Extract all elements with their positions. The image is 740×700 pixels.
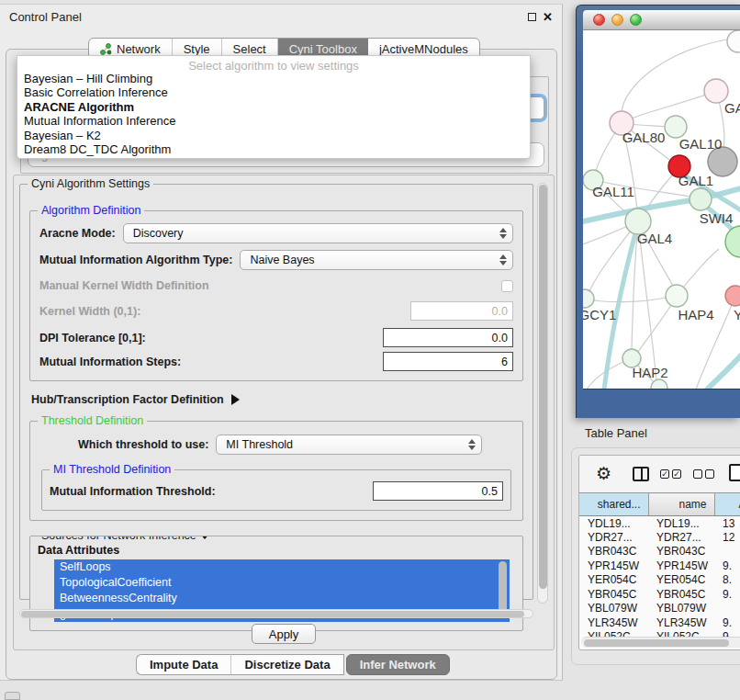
mi-threshold-field[interactable]: 0.5 <box>373 481 503 501</box>
network-node-label: GAL <box>724 100 740 116</box>
aracne-mode-combo[interactable]: Discovery <box>123 223 513 243</box>
tab-network-label: Network <box>117 42 161 56</box>
column-header-shared[interactable]: shared... <box>579 493 648 516</box>
algorithm-dropdown-popup: Select algorithm to view settings Bayesi… <box>17 55 531 159</box>
table-row[interactable]: YBR045CYBR045C9. <box>579 587 740 602</box>
threshold-definition-group: Threshold Definition Which threshold to … <box>29 421 523 521</box>
network-edge <box>632 91 716 119</box>
network-node-label: GAL11 <box>592 184 634 199</box>
float-panel-icon[interactable] <box>528 13 536 21</box>
table-row[interactable]: YBR043CYBR043C <box>579 545 740 559</box>
mi-steps-label: Mutual Information Steps: <box>39 356 181 368</box>
network-tab-icon <box>100 43 112 55</box>
algorithm-option[interactable]: Basic Correlation Inference <box>17 85 530 99</box>
network-node-label: SWI4 <box>700 210 734 226</box>
settings-vertical-scrollbar[interactable] <box>537 183 548 604</box>
threshold-definition-title: Threshold Definition <box>38 414 147 427</box>
mi-steps-field[interactable]: 6 <box>383 352 513 371</box>
hub-definition-label: Hub/Transcription Factor Definition <box>31 393 224 406</box>
network-node[interactable] <box>651 379 667 390</box>
table-panel-title: Table Panel <box>585 426 647 440</box>
network-node-label: GCY1 <box>583 307 616 322</box>
network-node-label: GAL1 <box>678 173 713 188</box>
network-node-label: HAP4 <box>678 307 713 322</box>
table-horizontal-scrollbar[interactable] <box>581 637 740 648</box>
minimize-traffic-light-icon[interactable] <box>611 14 623 26</box>
algorithm-option[interactable]: Bayesian – K2 <box>17 129 530 142</box>
mi-type-combo[interactable]: Naive Bayes <box>240 250 513 270</box>
table-row[interactable]: YLR345WYLR345W9. <box>579 615 740 630</box>
bottom-tab-bar: Impute Data Discretize Data Infer Networ… <box>136 654 450 675</box>
control-panel-titlebar: Control Panel ✕ <box>0 5 562 29</box>
apply-button[interactable]: Apply <box>252 624 316 644</box>
dpi-tolerance-field[interactable]: 0.0 <box>383 328 513 347</box>
algorithm-option[interactable]: Dream8 DC_TDC Algorithm <box>17 142 530 156</box>
node-table: shared... name A YDL19...YDL19...13YDR27… <box>579 492 740 644</box>
close-panel-icon[interactable]: ✕ <box>543 13 553 22</box>
network-node[interactable] <box>583 289 594 308</box>
attribute-list-item[interactable]: TopologicalCoefficient <box>54 575 510 591</box>
collapsed-panel-icon[interactable] <box>5 692 20 700</box>
attribute-list-item[interactable]: SelfLoops <box>54 559 510 575</box>
deselect-all-checks-icon[interactable] <box>693 469 714 479</box>
expand-right-icon <box>231 394 240 405</box>
network-node[interactable] <box>725 226 740 257</box>
cyni-algorithm-settings-group: Cyni Algorithm Settings Algorithm Defini… <box>19 184 533 600</box>
table-row[interactable]: YPR145WYPR145W9. <box>579 559 740 573</box>
hub-definition-expander[interactable]: Hub/Transcription Factor Definition <box>31 393 523 406</box>
network-node-label: GAL10 <box>679 136 723 152</box>
manual-kernel-checkbox[interactable] <box>501 280 513 292</box>
gear-icon[interactable]: ⚙ <box>596 463 611 484</box>
which-threshold-combo[interactable]: MI Threshold <box>216 435 482 455</box>
control-panel-title: Control Panel <box>9 10 82 24</box>
algorithm-option[interactable]: ARACNE Algorithm <box>17 100 530 114</box>
mi-threshold-title: MI Threshold Definition <box>50 463 174 476</box>
tab-infer-network[interactable]: Infer Network <box>346 654 450 675</box>
algorithm-popup-placeholder: Select algorithm to view settings <box>17 56 530 72</box>
algorithm-definition-group: Algorithm Definition Aracne Mode: Discov… <box>29 210 523 381</box>
zoom-traffic-light-icon[interactable] <box>630 14 642 26</box>
column-header-name[interactable]: name <box>648 493 714 516</box>
split-columns-icon[interactable] <box>633 467 649 481</box>
network-node[interactable] <box>690 188 712 210</box>
mi-threshold-group: MI Threshold Definition Mutual Informati… <box>41 469 511 511</box>
combo-stepper-icon <box>499 228 506 239</box>
tab-impute-data[interactable]: Impute Data <box>136 654 230 675</box>
network-window-titlebar[interactable] <box>583 10 740 30</box>
kernel-width-label: Kernel Width (0,1): <box>39 305 140 318</box>
table-toolbar: ⚙ ✓✓ <box>579 456 740 492</box>
tab-discretize-data[interactable]: Discretize Data <box>230 654 343 675</box>
kernel-width-field[interactable]: 0.0 <box>410 301 513 321</box>
document-icon[interactable] <box>729 464 740 481</box>
settings-horizontal-scrollbar[interactable] <box>19 609 533 618</box>
close-traffic-light-icon[interactable] <box>593 14 605 26</box>
select-all-checks-icon[interactable]: ✓✓ <box>660 469 681 479</box>
settings-group-title: Cyni Algorithm Settings <box>28 177 153 190</box>
collapse-down-icon[interactable] <box>199 536 210 539</box>
table-row[interactable]: YBL079WYBL079W <box>579 602 740 616</box>
table-row[interactable]: YDL19...YDL19...13 <box>579 516 740 531</box>
network-node-label: Y <box>734 307 740 322</box>
network-node[interactable] <box>665 116 687 138</box>
network-node[interactable] <box>727 30 740 52</box>
attribute-list-item[interactable]: BetweennessCentrality <box>54 591 510 606</box>
column-header-partial[interactable]: A <box>714 493 740 516</box>
network-canvas[interactable]: GALGAL80GAL10GAL1SWI4GAL11GAL4GCY1HAP4YH… <box>583 30 740 390</box>
algorithm-definition-title: Algorithm Definition <box>38 204 144 217</box>
cyni-settings-panel: Cyni Algorithm Settings Algorithm Defini… <box>13 175 555 650</box>
network-edge-highlight <box>707 356 740 390</box>
network-node[interactable] <box>725 286 740 306</box>
which-threshold-label: Which threshold to use: <box>78 438 208 451</box>
mi-threshold-label: Mutual Information Threshold: <box>50 485 216 498</box>
algorithm-option[interactable]: Mutual Information Inference <box>17 114 530 128</box>
network-node-label: HAP2 <box>632 365 667 380</box>
algorithm-option[interactable]: Bayesian – Hill Climbing <box>17 72 530 85</box>
table-row[interactable]: YER054CYER054C8. <box>579 573 740 588</box>
dpi-tolerance-label: DPI Tolerance [0,1]: <box>39 332 146 344</box>
table-panel: ⚙ ✓✓ shared... name A YDL19...YDL19...13… <box>578 455 740 650</box>
table-row[interactable]: YDR27...YDR27...12 <box>579 530 740 545</box>
network-window: GALGAL80GAL10GAL1SWI4GAL11GAL4GCY1HAP4YH… <box>576 5 740 418</box>
control-panel-window: Control Panel ✕ Network <box>0 4 563 681</box>
network-node[interactable] <box>666 285 688 307</box>
network-edge <box>585 298 666 302</box>
